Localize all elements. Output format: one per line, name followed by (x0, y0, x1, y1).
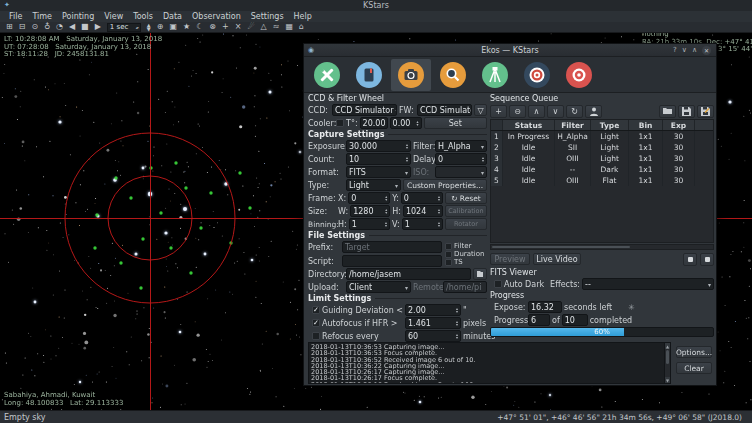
exposure-spinbox[interactable]: 30.000 (346, 140, 411, 152)
open-sequence-button[interactable] (659, 105, 676, 118)
menu-help[interactable]: Help (289, 12, 317, 21)
tab-align[interactable] (559, 59, 599, 91)
show-comets-icon[interactable]: ☄ (247, 22, 254, 32)
bin-h-spinbox[interactable]: 1 (349, 218, 390, 230)
show-stars-icon[interactable]: ★ (183, 22, 190, 32)
table-row[interactable]: 5 Idle OIII Flat 1x1 30 (491, 175, 713, 186)
menu-time[interactable]: Time (27, 12, 57, 21)
type-select[interactable]: Light (346, 179, 401, 191)
format-select[interactable]: FITS (346, 166, 411, 178)
tab-mount[interactable] (475, 59, 515, 91)
move-job-up-button[interactable]: ∧ (528, 105, 545, 118)
guiding-deviation-spinbox[interactable]: 2.00 (405, 304, 461, 316)
ccd-select[interactable]: CCD Simulator (332, 104, 397, 116)
guiding-deviation-checkbox[interactable] (312, 306, 320, 314)
table-row[interactable]: 3 Idle OIII Light 1x1 30 (491, 153, 713, 164)
options-button[interactable]: Options... (676, 346, 712, 358)
table-hscrollbar[interactable] (490, 244, 714, 250)
show-horizon-icon[interactable]: ⌂ (299, 22, 304, 32)
geolocation-icon[interactable]: ♁ (44, 22, 50, 32)
filter-manager-button[interactable]: ▽ (474, 104, 487, 116)
tab-capture[interactable] (391, 59, 431, 91)
filter-select[interactable]: H_Alpha (435, 140, 487, 152)
menu-tools[interactable]: Tools (128, 12, 158, 21)
filter-wheel-select[interactable]: CCD Simulator (417, 104, 472, 116)
delay-spinbox[interactable]: 0 (435, 153, 487, 165)
menu-view[interactable]: View (99, 12, 128, 21)
table-row[interactable]: 4 Idle -- Dark 1x1 30 (491, 164, 713, 175)
save-sequence-as-button[interactable] (697, 105, 714, 118)
window-titlebar[interactable]: ✦ KStars (0, 0, 752, 11)
frame-y-spinbox[interactable]: 0 (401, 192, 443, 204)
reset-frame-button[interactable]: ↻ Reset (445, 192, 487, 204)
stop-sequence-button[interactable] (700, 253, 714, 266)
start-sequence-button[interactable] (683, 253, 697, 266)
script-input[interactable] (342, 255, 442, 267)
ekos-titlebar[interactable]: ◉ Ekos — KStars ? ∨ ∧ ✕ (304, 44, 716, 57)
auto-dark-checkbox[interactable] (494, 280, 502, 288)
set-time-icon[interactable]: ◔ (56, 22, 63, 32)
menu-data[interactable]: Data (158, 12, 187, 21)
tab-scheduler[interactable] (349, 59, 389, 91)
prefix-ts-checkbox[interactable] (445, 259, 452, 266)
upload-select[interactable]: Client (346, 281, 411, 293)
unshade-button[interactable]: ∧ (692, 46, 697, 55)
browse-directory-button[interactable] (473, 268, 487, 280)
refocus-every-checkbox[interactable] (312, 332, 320, 340)
menu-file[interactable]: File (4, 12, 27, 21)
observer-button[interactable] (585, 105, 602, 118)
table-row[interactable]: 1 In Progress H_Alpha Light 1x1 30 (491, 131, 713, 142)
show-supernovae-icon[interactable]: + (222, 22, 229, 32)
time-step-forward-icon[interactable]: ▶ (95, 22, 101, 32)
scroll-down-icon[interactable]: ▼ (665, 377, 670, 383)
menu-settings[interactable]: Settings (246, 12, 289, 21)
find-object-icon[interactable]: ⊙ (31, 22, 38, 32)
menu-observation[interactable]: Observation (187, 12, 246, 21)
location-infobox[interactable]: Sabahiya, Ahmadi, Kuwait Long: 48.100833… (4, 392, 123, 407)
table-row[interactable]: 2 Idle SII Light 1x1 30 (491, 142, 713, 153)
tab-setup[interactable] (307, 59, 347, 91)
prefix-input[interactable]: Target (342, 241, 442, 253)
shade-button[interactable]: ∨ (682, 46, 687, 55)
show-satellites-icon[interactable]: × (235, 22, 242, 32)
time-step-back-icon[interactable]: ◀ (69, 22, 75, 32)
show-eq-grid-icon[interactable]: ▦ (285, 22, 293, 32)
show-constellation-lines-icon[interactable]: △ (261, 22, 267, 32)
live-video-button[interactable]: Live Video (533, 253, 581, 265)
time-step-combo[interactable]: 1 sec (107, 23, 141, 32)
bin-v-spinbox[interactable]: 1 (402, 218, 443, 230)
custom-properties-button[interactable]: Custom Properties... (403, 179, 487, 191)
show-milkyway-icon[interactable]: ≈ (273, 22, 280, 32)
move-job-down-button[interactable]: ∨ (547, 105, 564, 118)
effects-select[interactable]: -- (582, 278, 714, 290)
temp-target-spinbox[interactable]: 0.00 (390, 117, 422, 129)
prefix-filter-checkbox[interactable] (445, 243, 452, 250)
close-button[interactable]: ✕ (702, 46, 711, 55)
log-scrollbar[interactable]: ▲ ▼ (664, 343, 670, 383)
show-deepsky-icon[interactable]: ⊗ (209, 22, 216, 32)
clear-log-button[interactable]: Clear (676, 362, 712, 374)
directory-input[interactable]: /home/jasem (346, 268, 471, 280)
autofocus-hfr-spinbox[interactable]: 1.461 (405, 317, 461, 329)
scroll-up-icon[interactable]: ▲ (665, 343, 670, 349)
prefix-duration-checkbox[interactable] (445, 251, 452, 258)
tab-focus[interactable] (433, 59, 473, 91)
help-button[interactable]: ? (673, 46, 677, 55)
time-infobox[interactable]: LT: 10:28:08 AM Saturday, January 13, 20… (4, 36, 162, 59)
set-temp-button[interactable]: Set (424, 117, 487, 129)
cooler-checkbox[interactable] (336, 119, 344, 127)
save-sequence-button[interactable] (678, 105, 695, 118)
pointing-icon[interactable]: ⊕ (157, 22, 164, 32)
zoom-fit-icon[interactable]: ⊞ (6, 22, 13, 32)
menu-pointing[interactable]: Pointing (57, 12, 99, 21)
reset-queue-button[interactable]: ↻ (566, 105, 583, 118)
time-stop-icon[interactable]: ■ (81, 22, 89, 32)
count-spinbox[interactable]: 10 (346, 153, 411, 165)
zoom-rect-icon[interactable]: ⊟ (19, 22, 26, 32)
frame-x-spinbox[interactable]: 0 (348, 192, 390, 204)
screenshot-icon[interactable]: ▣ (169, 22, 177, 32)
add-job-button[interactable]: + (490, 105, 507, 118)
log-box[interactable]: 2018-01-13T10:36:53 Capturing image... 2… (308, 342, 671, 384)
tab-guide[interactable] (517, 59, 557, 91)
show-planets-icon[interactable]: ☾ (196, 22, 203, 32)
